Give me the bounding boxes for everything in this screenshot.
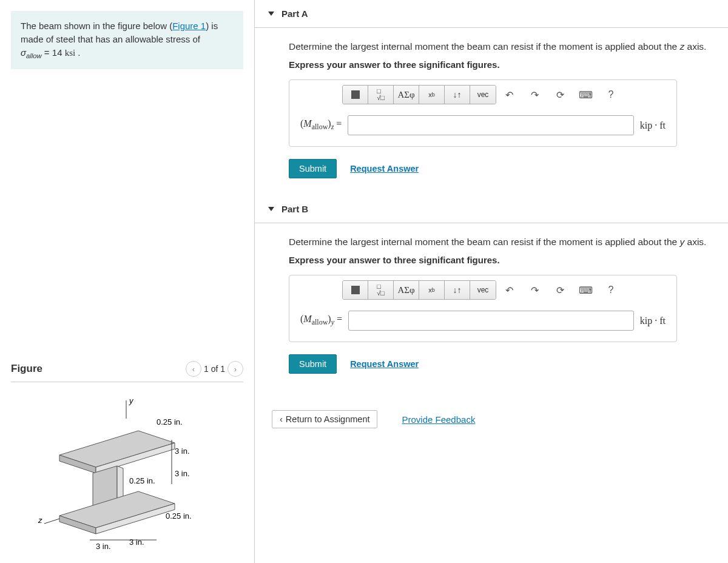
axis-z-label: z [38, 516, 42, 525]
request-answer-link[interactable]: Request Answer [350, 164, 419, 174]
undo-icon[interactable]: ↶ [499, 86, 519, 104]
part-a-prompt: Determine the largest internal moment th… [289, 41, 715, 52]
answer-label: (Mallow)y = [300, 314, 342, 327]
answer-unit: kip · ft [640, 120, 666, 131]
figure-counter: 1 of 1 [204, 364, 225, 374]
figure-link[interactable]: Figure 1 [172, 21, 206, 31]
redo-icon[interactable]: ↷ [524, 281, 545, 299]
template-button[interactable] [343, 281, 368, 299]
submit-button[interactable]: Submit [289, 159, 337, 178]
provide-feedback-link[interactable]: Provide Feedback [402, 414, 475, 425]
part-b-instruction: Express your answer to three significant… [289, 255, 715, 265]
figure-image: y z 0.25 in. 3 in. 0.25 in. 3 in. 0.25 i… [35, 394, 243, 560]
caret-down-icon [268, 12, 274, 16]
caret-down-icon [268, 207, 274, 211]
vector-button[interactable]: vec [470, 86, 496, 104]
problem-statement: The beam shown in the figure below (Figu… [11, 11, 243, 69]
chevron-left-icon: ‹ [280, 414, 283, 424]
dim-label: 0.25 in. [157, 417, 183, 426]
part-a-answer-box: □√□ ΑΣφ xb ↓↑ vec ↶ ↷ ⟳ ⌨ ? (Mallow)z = … [289, 79, 677, 147]
dim-label: 3 in. [175, 447, 190, 456]
arrows-button[interactable]: ↓↑ [445, 281, 470, 299]
greek-letters-button[interactable]: ΑΣφ [394, 86, 419, 104]
dim-label: 0.25 in. [166, 511, 192, 521]
part-a-title: Part A [281, 8, 308, 19]
figure-panel: Figure ‹ 1 of 1 › [0, 361, 254, 560]
problem-text: The beam shown in the figure below ( [21, 21, 172, 31]
redo-icon[interactable]: ↷ [524, 86, 545, 104]
answer-unit: kip · ft [640, 315, 666, 326]
equation-toolbar: □√□ ΑΣφ xb ↓↑ vec ↶ ↷ ⟳ ⌨ ? [289, 275, 676, 302]
answer-input[interactable] [348, 115, 633, 135]
equation-toolbar: □√□ ΑΣφ xb ↓↑ vec ↶ ↷ ⟳ ⌨ ? [289, 80, 676, 106]
figure-navigator: ‹ 1 of 1 › [186, 361, 243, 377]
request-answer-link[interactable]: Request Answer [350, 359, 419, 369]
keyboard-icon[interactable]: ⌨ [575, 281, 596, 299]
template-button[interactable] [343, 86, 368, 104]
part-a-instruction: Express your answer to three significant… [289, 59, 715, 70]
arrows-button[interactable]: ↓↑ [445, 86, 470, 104]
help-icon[interactable]: ? [601, 86, 621, 104]
reset-icon[interactable]: ⟳ [550, 281, 570, 299]
svg-line-9 [44, 519, 59, 524]
submit-button[interactable]: Submit [289, 354, 337, 374]
part-b-header[interactable]: Part B [255, 195, 728, 223]
help-icon[interactable]: ? [601, 281, 621, 299]
part-b-title: Part B [281, 204, 308, 214]
greek-letters-button[interactable]: ΑΣφ [394, 281, 419, 299]
part-b-body: Determine the largest internal moment th… [255, 223, 728, 445]
fraction-root-button[interactable]: □√□ [368, 281, 394, 299]
axis-y-label: y [129, 396, 134, 405]
part-a-body: Determine the largest internal moment th… [255, 28, 728, 195]
dim-label: 3 in. [96, 542, 111, 551]
answer-input[interactable] [348, 311, 634, 331]
keyboard-icon[interactable]: ⌨ [575, 86, 596, 104]
figure-title: Figure [11, 363, 42, 375]
subscript-button[interactable]: xb [419, 281, 445, 299]
part-b-answer-box: □√□ ΑΣφ xb ↓↑ vec ↶ ↷ ⟳ ⌨ ? (Mallow)y = … [289, 275, 677, 342]
undo-icon[interactable]: ↶ [499, 281, 519, 299]
part-b-prompt: Determine the largest internal moment th… [289, 237, 715, 248]
dim-label: 3 in. [175, 469, 190, 478]
return-to-assignment-button[interactable]: ‹ Return to Assignment [272, 410, 377, 428]
figure-prev-button[interactable]: ‹ [186, 361, 201, 377]
dim-label: 3 in. [129, 538, 144, 547]
part-a-header[interactable]: Part A [255, 0, 728, 28]
dim-label: 0.25 in. [129, 476, 155, 485]
fraction-root-button[interactable]: □√□ [368, 86, 394, 104]
reset-icon[interactable]: ⟳ [550, 86, 570, 104]
subscript-button[interactable]: xb [419, 86, 445, 104]
vector-button[interactable]: vec [470, 281, 496, 299]
figure-next-button[interactable]: › [228, 361, 243, 377]
answer-label: (Mallow)z = [300, 118, 342, 132]
